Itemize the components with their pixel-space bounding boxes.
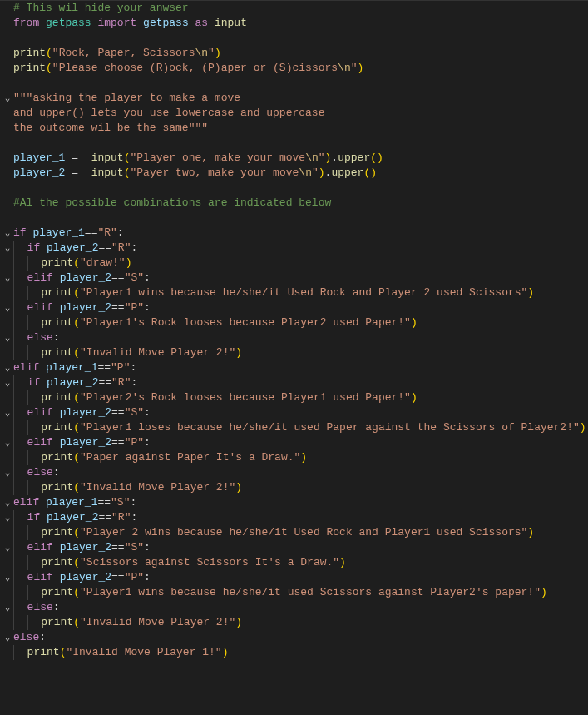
- code-line[interactable]: ⌄ elif player_2=="S":: [0, 540, 588, 555]
- code-content: else:: [13, 465, 60, 480]
- fold-chevron-icon[interactable]: ⌄: [2, 570, 13, 585]
- code-line[interactable]: [0, 136, 588, 151]
- code-content: else:: [13, 600, 60, 615]
- code-line[interactable]: player_2 = input("Payer two, make your m…: [0, 166, 588, 181]
- code-line[interactable]: [0, 211, 588, 226]
- code-content: player_2 = input("Payer two, make your m…: [13, 166, 377, 181]
- fold-chevron-icon[interactable]: ⌄: [2, 495, 13, 510]
- code-content: print("Player1's Rock looses because Pla…: [13, 315, 418, 330]
- code-content: print("Invalid Move Player 2!"): [13, 615, 242, 630]
- fold-chevron-icon[interactable]: ⌄: [2, 360, 13, 375]
- code-line[interactable]: from getpass import getpass as input: [0, 16, 588, 31]
- code-content: player_1 = input("Player one, make your …: [13, 151, 383, 166]
- fold-chevron-icon[interactable]: ⌄: [2, 241, 13, 256]
- code-line[interactable]: ⌄if player_1=="R":: [0, 226, 588, 241]
- code-line[interactable]: the outcome wil be the same""": [0, 121, 588, 136]
- code-content: #Al the possible combinations are indica…: [13, 196, 331, 211]
- code-content: elif player_2=="P":: [13, 570, 151, 585]
- code-line[interactable]: player_1 = input("Player one, make your …: [0, 151, 588, 166]
- code-content: elif player_2=="P":: [13, 435, 151, 450]
- code-line[interactable]: ⌄elif player_1=="P":: [0, 360, 588, 375]
- code-line[interactable]: [0, 31, 588, 46]
- code-content: print("Invalid Move Player 2!"): [13, 480, 242, 495]
- code-line[interactable]: ⌄ else:: [0, 465, 588, 480]
- code-content: from getpass import getpass as input: [13, 16, 247, 31]
- code-line[interactable]: ⌄ elif player_2=="P":: [0, 570, 588, 585]
- code-line[interactable]: print("draw!"): [0, 256, 588, 271]
- code-content: elif player_2=="S":: [13, 405, 151, 420]
- code-content: and upper() lets you use lowercase and u…: [13, 106, 324, 121]
- code-line[interactable]: ⌄ elif player_2=="S":: [0, 271, 588, 286]
- code-line[interactable]: ⌄ elif player_2=="S":: [0, 405, 588, 420]
- code-content: print("Player 2 wins because he/she/it U…: [13, 525, 534, 540]
- code-content: elif player_1=="S":: [13, 495, 136, 510]
- fold-chevron-icon[interactable]: ⌄: [2, 330, 13, 345]
- code-content: if player_2=="R":: [13, 375, 137, 390]
- code-line[interactable]: ⌄ elif player_2=="P":: [0, 435, 588, 450]
- code-content: elif player_2=="S":: [13, 271, 151, 286]
- fold-chevron-icon[interactable]: ⌄: [2, 271, 13, 286]
- code-content: print("draw!"): [13, 256, 131, 271]
- code-content: print("Rock, Paper, Scissors\n"): [13, 46, 221, 61]
- fold-chevron-icon[interactable]: ⌄: [2, 540, 13, 555]
- code-editor[interactable]: # This wil hide your anwserfrom getpass …: [0, 0, 588, 660]
- code-line[interactable]: [0, 76, 588, 91]
- code-line[interactable]: # This wil hide your anwser: [0, 1, 588, 16]
- code-content: if player_1=="R":: [13, 226, 124, 241]
- fold-chevron-icon[interactable]: ⌄: [2, 405, 13, 420]
- fold-chevron-icon[interactable]: ⌄: [2, 91, 13, 106]
- code-line[interactable]: print("Invalid Move Player 1!"): [0, 645, 588, 660]
- code-content: elif player_2=="P":: [13, 300, 151, 315]
- fold-chevron-icon[interactable]: ⌄: [2, 435, 13, 450]
- fold-chevron-icon[interactable]: ⌄: [2, 510, 13, 525]
- code-line[interactable]: print("Please choose (R)ock, (P)aper or …: [0, 61, 588, 76]
- fold-chevron-icon[interactable]: ⌄: [2, 630, 13, 645]
- code-line[interactable]: print("Player1 wins because he/she/it us…: [0, 585, 588, 600]
- code-line[interactable]: print("Player 2 wins because he/she/it U…: [0, 525, 588, 540]
- code-content: else:: [13, 630, 46, 645]
- code-content: the outcome wil be the same""": [13, 121, 208, 136]
- code-line[interactable]: print("Player1 wins because he/she/it Us…: [0, 286, 588, 300]
- code-line[interactable]: ⌄ if player_2=="R":: [0, 241, 588, 256]
- code-content: print("Invalid Move Player 2!"): [13, 345, 242, 360]
- code-content: print("Player1 wins because he/she/it Us…: [13, 286, 534, 300]
- code-content: print("Please choose (R)ock, (P)aper or …: [13, 61, 363, 76]
- fold-chevron-icon[interactable]: ⌄: [2, 300, 13, 315]
- fold-chevron-icon[interactable]: ⌄: [2, 226, 13, 241]
- code-content: print("Scissors against Scissors It's a …: [13, 555, 346, 570]
- code-line[interactable]: print("Invalid Move Player 2!"): [0, 480, 588, 495]
- fold-chevron-icon[interactable]: ⌄: [2, 465, 13, 480]
- code-line[interactable]: print("Player2's Rock looses because Pla…: [0, 390, 588, 405]
- code-content: # This wil hide your anwser: [13, 1, 189, 16]
- code-line[interactable]: print("Player1 loses because he/she/it u…: [0, 420, 588, 435]
- code-content: print("Player2's Rock looses because Pla…: [13, 390, 418, 405]
- code-content: if player_2=="R":: [13, 241, 137, 256]
- code-line[interactable]: print("Paper against Paper It's a Draw."…: [0, 450, 588, 465]
- fold-chevron-icon[interactable]: ⌄: [2, 375, 13, 390]
- code-line[interactable]: ⌄else:: [0, 630, 588, 645]
- fold-chevron-icon[interactable]: ⌄: [2, 600, 13, 615]
- code-line[interactable]: #Al the possible combinations are indica…: [0, 196, 588, 211]
- code-content: print("Player1 loses because he/she/it u…: [13, 420, 586, 435]
- code-line[interactable]: and upper() lets you use lowercase and u…: [0, 106, 588, 121]
- code-line[interactable]: print("Rock, Paper, Scissors\n"): [0, 46, 588, 61]
- code-content: print("Invalid Move Player 1!"): [13, 645, 228, 660]
- code-line[interactable]: print("Player1's Rock looses because Pla…: [0, 315, 588, 330]
- code-line[interactable]: [0, 181, 588, 196]
- code-content: print("Player1 wins because he/she/it us…: [13, 585, 547, 600]
- code-line[interactable]: print("Invalid Move Player 2!"): [0, 345, 588, 360]
- code-content: """asking the player to make a move: [13, 91, 240, 106]
- code-line[interactable]: print("Scissors against Scissors It's a …: [0, 555, 588, 570]
- code-content: print("Paper against Paper It's a Draw."…: [13, 450, 307, 465]
- code-content: elif player_1=="P":: [13, 360, 136, 375]
- code-line[interactable]: ⌄ else:: [0, 330, 588, 345]
- code-line[interactable]: ⌄ elif player_2=="P":: [0, 300, 588, 315]
- code-content: elif player_2=="S":: [13, 540, 151, 555]
- code-line[interactable]: ⌄ if player_2=="R":: [0, 510, 588, 525]
- code-line[interactable]: ⌄ else:: [0, 600, 588, 615]
- code-line[interactable]: ⌄elif player_1=="S":: [0, 495, 588, 510]
- code-content: if player_2=="R":: [13, 510, 137, 525]
- code-line[interactable]: ⌄ if player_2=="R":: [0, 375, 588, 390]
- code-line[interactable]: ⌄"""asking the player to make a move: [0, 91, 588, 106]
- code-line[interactable]: print("Invalid Move Player 2!"): [0, 615, 588, 630]
